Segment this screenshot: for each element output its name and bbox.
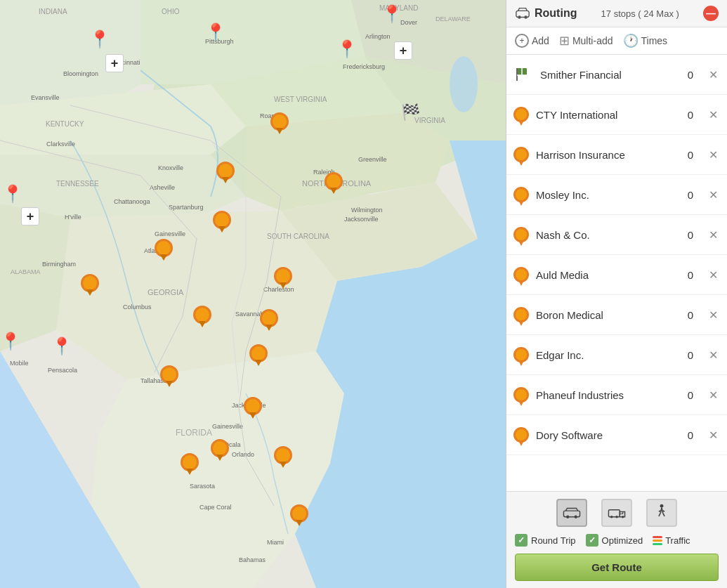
svg-text:TENNESSEE: TENNESSEE bbox=[56, 180, 99, 188]
svg-text:Ocala: Ocala bbox=[224, 441, 241, 448]
remove-stop-button[interactable]: ✕ bbox=[706, 188, 720, 202]
stop-item[interactable]: Mosley Inc. 0 ✕ bbox=[506, 175, 727, 215]
stop-name: Boron Medical bbox=[536, 309, 678, 321]
walk-mode-button[interactable] bbox=[646, 499, 677, 527]
stop-count: 0 bbox=[685, 69, 696, 81]
remove-stop-button[interactable]: ✕ bbox=[706, 107, 720, 122]
stop-item[interactable]: Phaneuf Industries 0 ✕ bbox=[506, 375, 727, 415]
zoom-in-button-3[interactable]: + bbox=[394, 41, 412, 60]
stop-name: Nash & Co. bbox=[536, 229, 678, 241]
stop-count: 0 bbox=[685, 189, 696, 201]
orange-dot-icon bbox=[513, 307, 529, 322]
multi-add-button[interactable]: ⊞ Multi-add bbox=[559, 33, 613, 48]
drive-mode-button[interactable] bbox=[556, 499, 587, 527]
sidebar-header: Routing 17 stops ( 24 Max ) — bbox=[506, 0, 727, 27]
svg-text:WEST VIRGINIA: WEST VIRGINIA bbox=[274, 96, 327, 103]
svg-text:Spartanburg: Spartanburg bbox=[169, 204, 204, 211]
svg-point-80 bbox=[660, 504, 664, 508]
svg-text:H'ville: H'ville bbox=[65, 214, 81, 221]
routing-sidebar: Routing 17 stops ( 24 Max ) — + Add ⊞ Mu… bbox=[506, 0, 727, 588]
remove-stop-button[interactable]: ✕ bbox=[706, 148, 720, 162]
stop-item[interactable]: Boron Medical 0 ✕ bbox=[506, 295, 727, 335]
stop-item[interactable]: Edgar Inc. 0 ✕ bbox=[506, 335, 727, 375]
stop-count: 0 bbox=[685, 349, 696, 361]
car-transport-icon bbox=[563, 505, 581, 521]
stop-item[interactable]: Auld Media 0 ✕ bbox=[506, 255, 727, 295]
stop-item[interactable]: Smither Financial 0 ✕ bbox=[506, 55, 727, 95]
stop-item[interactable]: Nash & Co. 0 ✕ bbox=[506, 215, 727, 255]
remove-stop-button[interactable]: ✕ bbox=[706, 428, 720, 442]
svg-text:Raleigh: Raleigh bbox=[313, 169, 335, 176]
sidebar-footer: Round Trip Optimized Traffic Get Route bbox=[506, 492, 727, 588]
truck-mode-button[interactable] bbox=[601, 499, 632, 527]
round-trip-option[interactable]: Round Trip bbox=[515, 534, 576, 547]
round-trip-checkbox[interactable] bbox=[515, 534, 528, 547]
times-label: Times bbox=[641, 35, 668, 46]
svg-text:Mobile: Mobile bbox=[10, 360, 29, 367]
zoom-in-button-2[interactable]: + bbox=[105, 54, 124, 72]
stop-count: 0 bbox=[685, 429, 696, 441]
svg-text:GEORGIA: GEORGIA bbox=[148, 288, 184, 296]
svg-text:Sarasota: Sarasota bbox=[190, 483, 215, 490]
svg-text:Pensacola: Pensacola bbox=[48, 367, 77, 374]
remove-stop-button[interactable]: ✕ bbox=[706, 348, 720, 362]
remove-stop-button[interactable]: ✕ bbox=[706, 308, 720, 322]
svg-text:Roanoke: Roanoke bbox=[260, 112, 285, 119]
map-container[interactable]: INDIANA OHIO MARYLAND DELAWARE KENTUCKY … bbox=[0, 0, 506, 588]
header-left: Routing bbox=[515, 6, 577, 21]
svg-text:Pittsburgh: Pittsburgh bbox=[205, 38, 234, 45]
remove-stop-button[interactable]: ✕ bbox=[706, 268, 720, 282]
stop-item[interactable]: CTY International 0 ✕ bbox=[506, 95, 727, 135]
traffic-label: Traffic bbox=[665, 535, 690, 546]
stop-count: 0 bbox=[685, 229, 696, 241]
svg-point-78 bbox=[615, 516, 618, 518]
stop-name: Smither Financial bbox=[540, 69, 678, 81]
stop-name: Mosley Inc. bbox=[536, 189, 678, 201]
svg-text:VIRGINIA: VIRGINIA bbox=[414, 117, 445, 124]
stop-name: Edgar Inc. bbox=[536, 349, 678, 361]
svg-text:Jacksonville: Jacksonville bbox=[344, 216, 379, 223]
stop-item[interactable]: Dory Software 0 ✕ bbox=[506, 415, 727, 455]
svg-text:Cape Coral: Cape Coral bbox=[199, 504, 232, 511]
stop-item[interactable]: Harrison Insurance 0 ✕ bbox=[506, 135, 727, 175]
svg-text:FLORIDA: FLORIDA bbox=[176, 428, 212, 438]
svg-text:Clarksville: Clarksville bbox=[46, 141, 75, 148]
routing-toolbar: + Add ⊞ Multi-add 🕐 Times bbox=[506, 27, 727, 55]
svg-point-68 bbox=[524, 15, 528, 19]
truck-transport-icon bbox=[608, 505, 626, 521]
add-stop-button[interactable]: + Add bbox=[515, 34, 549, 48]
svg-text:Knoxville: Knoxville bbox=[158, 164, 183, 171]
zoom-in-button[interactable]: + bbox=[21, 207, 39, 226]
svg-text:Bloomington: Bloomington bbox=[63, 70, 98, 77]
svg-text:Fredericksburg: Fredericksburg bbox=[343, 63, 385, 70]
svg-text:DELAWARE: DELAWARE bbox=[435, 15, 471, 22]
svg-text:Dover: Dover bbox=[400, 19, 417, 26]
close-routing-button[interactable]: — bbox=[703, 6, 719, 21]
svg-text:Miami: Miami bbox=[267, 539, 284, 546]
stop-count: 0 bbox=[685, 389, 696, 401]
add-icon: + bbox=[515, 34, 529, 48]
svg-point-79 bbox=[622, 516, 624, 518]
times-button[interactable]: 🕐 Times bbox=[623, 33, 668, 48]
svg-text:Columbus: Columbus bbox=[123, 303, 152, 311]
stop-name: Phaneuf Industries bbox=[536, 389, 678, 401]
flag-icon bbox=[513, 65, 533, 84]
remove-stop-button[interactable]: ✕ bbox=[706, 67, 720, 81]
remove-stop-button[interactable]: ✕ bbox=[706, 228, 720, 242]
get-route-button[interactable]: Get Route bbox=[515, 554, 719, 581]
svg-text:Bahamas: Bahamas bbox=[239, 556, 266, 563]
orange-dot-icon bbox=[513, 227, 529, 242]
round-trip-label: Round Trip bbox=[531, 535, 576, 546]
optimized-option[interactable]: Optimized bbox=[586, 534, 643, 547]
optimized-label: Optimized bbox=[602, 535, 643, 546]
svg-text:Tallahassee: Tallahassee bbox=[140, 377, 174, 384]
svg-text:Evansville: Evansville bbox=[31, 94, 60, 101]
add-label: Add bbox=[532, 35, 549, 46]
svg-text:Savannah: Savannah bbox=[235, 311, 264, 318]
optimized-checkbox[interactable] bbox=[586, 534, 598, 547]
stop-name: Auld Media bbox=[536, 269, 678, 281]
svg-text:Jacksonville: Jacksonville bbox=[232, 402, 266, 409]
remove-stop-button[interactable]: ✕ bbox=[706, 388, 720, 402]
orange-dot-icon bbox=[513, 347, 529, 362]
svg-rect-70 bbox=[516, 68, 518, 81]
